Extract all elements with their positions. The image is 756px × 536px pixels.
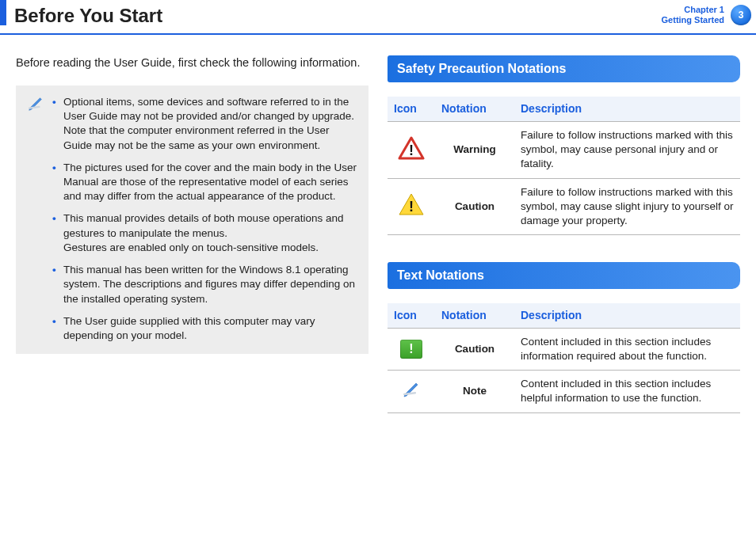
th-icon: Icon: [388, 97, 435, 121]
notation-description: Failure to follow instructions marked wi…: [514, 121, 740, 178]
note-pencil-icon: [27, 95, 44, 116]
text-notations-table: Icon Notation Description ! Caution Cont…: [388, 303, 740, 413]
icon-cell: [388, 371, 435, 412]
list-item-main: This manual provides details of both mou…: [63, 212, 343, 238]
svg-text:!: !: [409, 143, 414, 158]
content-columns: Before reading the User Guide, first che…: [0, 35, 756, 455]
notation-description: Content included in this section include…: [514, 371, 740, 412]
th-icon: Icon: [388, 303, 435, 328]
list-item-main: The pictures used for the cover and the …: [63, 162, 357, 202]
info-bullet-list: Optional items, some devices and softwar…: [27, 95, 357, 343]
safety-notations-table: Icon Notation Description !: [388, 97, 740, 235]
left-column: Before reading the User Guide, first che…: [16, 55, 368, 439]
icon-cell: !: [388, 121, 435, 178]
chapter-text: Chapter 1 Getting Started: [662, 5, 724, 25]
page-number-badge: 3: [731, 5, 751, 25]
list-item-main: The User guide supplied with this comput…: [63, 315, 315, 341]
intro-text: Before reading the User Guide, first che…: [16, 55, 368, 71]
th-notation: Notation: [435, 97, 514, 121]
list-item-sub: Note that the computer environment refer…: [63, 124, 357, 152]
table-row: Note Content included in this section in…: [388, 371, 740, 412]
page-header: Before You Start Chapter 1 Getting Start…: [0, 0, 756, 35]
list-item-main: Optional items, some devices and softwar…: [63, 96, 354, 122]
table-header-row: Icon Notation Description: [388, 97, 740, 121]
table-row: ! Warning Failure to follow instructions…: [388, 121, 740, 178]
list-item: The User guide supplied with this comput…: [52, 314, 357, 343]
right-column: Safety Precaution Notations Icon Notatio…: [388, 55, 740, 439]
notation-label: Caution: [435, 178, 514, 235]
chapter-indicator: Chapter 1 Getting Started 3: [662, 3, 756, 25]
chapter-line-1: Chapter 1: [662, 5, 724, 15]
notation-description: Failure to follow instructions marked wi…: [514, 178, 740, 235]
table-row: ! Caution Failure to follow instructions…: [388, 178, 740, 235]
note-pencil-icon: [401, 390, 422, 401]
notation-label: Caution: [435, 328, 514, 370]
list-item: Optional items, some devices and softwar…: [52, 95, 357, 153]
th-description: Description: [514, 97, 740, 121]
notation-label: Warning: [435, 121, 514, 178]
list-item-main: This manual has been written for the Win…: [63, 264, 355, 304]
page-title: Before You Start: [0, 3, 162, 29]
th-description: Description: [514, 303, 740, 328]
notation-description: Content included in this section include…: [514, 328, 740, 370]
table-header-row: Icon Notation Description: [388, 303, 740, 328]
chapter-line-2: Getting Started: [662, 15, 724, 25]
warning-triangle-red-icon: !: [398, 136, 425, 164]
list-item: The pictures used for the cover and the …: [52, 161, 357, 204]
table-row: ! Caution Content included in this secti…: [388, 328, 740, 370]
info-note-block: Optional items, some devices and softwar…: [16, 86, 368, 354]
list-item-sub: Gestures are enabled only on touch-sensi…: [63, 241, 357, 255]
th-notation: Notation: [435, 303, 514, 328]
list-item: This manual has been written for the Win…: [52, 263, 357, 306]
notation-label: Note: [435, 371, 514, 412]
text-notations-heading: Text Notations: [388, 262, 740, 289]
caution-triangle-yellow-icon: !: [398, 192, 425, 220]
icon-cell: !: [388, 328, 435, 370]
icon-cell: !: [388, 178, 435, 235]
svg-text:!: !: [409, 199, 414, 215]
list-item: This manual provides details of both mou…: [52, 211, 357, 255]
header-accent-bar: [0, 0, 6, 25]
safety-heading: Safety Precaution Notations: [388, 55, 740, 82]
caution-green-box-icon: !: [400, 340, 422, 359]
